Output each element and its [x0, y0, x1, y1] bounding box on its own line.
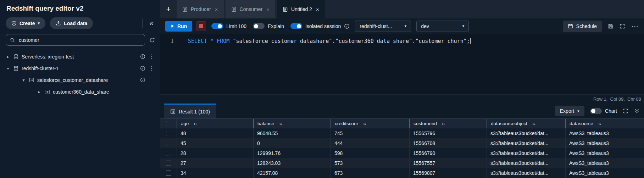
cluster-select[interactable]: redshift-clust... ▾ — [355, 21, 411, 32]
new-tab-button[interactable]: + — [160, 0, 177, 18]
collapse-panel-double-chevron-icon[interactable] — [634, 108, 640, 114]
close-tab-icon[interactable]: × — [316, 6, 319, 12]
editor-tab-strip: + Producer×Consumer×Untitled 2× — [160, 0, 644, 18]
tree-item-label: redshift-cluster-1 — [22, 66, 59, 71]
checkbox — [166, 121, 171, 126]
table-cell: 0 — [253, 138, 331, 148]
tab-producer[interactable]: Producer× — [177, 0, 224, 18]
column-header-creditscore-c[interactable]: creditscore__c — [331, 119, 409, 128]
toolbar-toggles: Limit 100ExplainIsolated session — [211, 23, 350, 29]
column-header-age-c[interactable]: age__c — [177, 119, 253, 128]
cluster-icon — [13, 66, 19, 71]
row-checkbox[interactable] — [160, 158, 177, 168]
column-header-datasource-c[interactable]: datasource__c — [565, 119, 644, 128]
table-cell: s3://tableaus3bucket/dat... — [487, 148, 565, 158]
save-icon[interactable] — [608, 23, 614, 29]
results-table-body: 4896048.5574515565796s3://tableaus3bucke… — [160, 128, 644, 178]
table-icon — [170, 109, 176, 114]
tab-label: Untitled 2 — [291, 6, 312, 12]
kebab-menu-icon[interactable]: ⋮ — [149, 65, 155, 72]
row-checkbox[interactable] — [160, 148, 177, 158]
select-all-checkbox[interactable] — [160, 119, 177, 128]
chevron-down-icon[interactable]: ▾ — [21, 78, 26, 83]
row-checkbox[interactable] — [160, 138, 177, 148]
table-cell: s3://tableaus3bucket/dat... — [487, 158, 565, 168]
chart-toggle-group: Chart — [590, 108, 617, 114]
database-select-value: dev — [421, 23, 429, 29]
column-header-customerid-c[interactable]: customerid__c — [409, 119, 487, 128]
create-button[interactable]: Create ▾ — [6, 17, 45, 29]
more-options-icon[interactable]: ⋯ — [631, 23, 638, 30]
table-cell: 15567557 — [409, 158, 487, 168]
search-input[interactable] — [18, 37, 141, 43]
isolated-session-toggle[interactable] — [290, 23, 302, 29]
toggle-label: Isolated session — [305, 23, 341, 29]
tree-item-label: salesforce_customer_datashare — [37, 77, 108, 83]
database-select[interactable]: dev ▾ — [416, 21, 469, 32]
row-checkbox[interactable] — [160, 168, 177, 178]
toggle-group-isolated-session: Isolated session — [290, 23, 350, 29]
explain-toggle[interactable] — [253, 23, 265, 29]
row-checkbox[interactable] — [160, 128, 177, 138]
schedule-button[interactable]: Schedule — [563, 21, 602, 32]
export-button[interactable]: Export ▾ — [555, 106, 584, 116]
tab-consumer[interactable]: Consumer× — [226, 0, 275, 18]
collapse-sidebar-icon[interactable]: « — [147, 19, 156, 28]
table-row: 4896048.5574515565796s3://tableaus3bucke… — [160, 128, 644, 138]
sql-editor[interactable]: 1 SELECT * FROM "salesforce_customer_dat… — [160, 34, 644, 94]
sql-line-code: SELECT * FROM "salesforce_customer_datas… — [179, 38, 471, 94]
table-cell: AwsS3_tableaus3 — [565, 138, 644, 148]
results-tab-bar: Result 1 (100) Export ▾ Chart — [160, 104, 644, 118]
datashare-icon — [44, 89, 50, 95]
fullscreen-icon[interactable] — [620, 23, 625, 29]
chevron-right-icon[interactable]: ▸ — [6, 54, 10, 59]
load-data-button[interactable]: Load data — [50, 17, 93, 29]
chevron-down-icon[interactable]: ▾ — [6, 66, 10, 71]
checkbox — [166, 141, 171, 146]
expand-results-icon[interactable] — [623, 108, 628, 114]
table-row: 27128243.0357315567557s3://tableaus3buck… — [160, 158, 644, 168]
info-icon[interactable] — [139, 77, 146, 83]
checkbox — [166, 161, 171, 166]
tree-item-customer360-data-share[interactable]: ▸customer360_data_share — [0, 86, 160, 98]
close-tab-icon[interactable]: × — [215, 6, 218, 12]
sidebar: Redshift query editor v2 Create ▾ Load d… — [0, 0, 160, 178]
table-cell: 45 — [177, 138, 253, 148]
load-data-button-label: Load data — [64, 21, 87, 26]
info-icon[interactable] — [139, 66, 146, 71]
tree-item-salesforce-customer-datashare[interactable]: ▾salesforce_customer_datashare — [0, 74, 160, 86]
result-tab[interactable]: Result 1 (100) — [164, 104, 216, 118]
run-button[interactable]: Run — [165, 21, 192, 32]
info-icon[interactable] — [139, 54, 146, 59]
tree-item-redshift-cluster-1[interactable]: ▾redshift-cluster-1⋮ — [0, 62, 160, 74]
upload-icon — [56, 21, 61, 26]
column-header-datasourceobject-c[interactable]: datasourceobject__c — [487, 119, 565, 128]
table-cell: 15569807 — [409, 168, 487, 178]
close-tab-icon[interactable]: × — [266, 6, 270, 12]
info-icon[interactable] — [344, 23, 350, 29]
limit-100-toggle[interactable] — [211, 23, 223, 29]
search-row — [0, 33, 160, 49]
tree-item-serverless-xregion-test[interactable]: ▸Serverless: xregion-test⋮ — [0, 51, 160, 62]
chart-toggle[interactable] — [590, 108, 602, 114]
tab-untitled-2[interactable]: Untitled 2× — [277, 0, 325, 18]
table-cell: 48 — [177, 128, 253, 138]
stop-button[interactable] — [196, 21, 206, 31]
chart-toggle-label: Chart — [605, 108, 617, 114]
play-icon — [171, 24, 174, 28]
table-row: 28129991.7659815566790s3://tableaus3buck… — [160, 148, 644, 158]
result-tab-label: Result 1 (100) — [179, 109, 210, 115]
refresh-icon[interactable] — [149, 37, 155, 43]
checkbox — [166, 131, 171, 136]
toggle-label: Limit 100 — [226, 23, 246, 29]
table-cell: 444 — [331, 138, 409, 148]
results-header-row: age__cbalance__ccreditscore__ccustomerid… — [160, 118, 644, 128]
table-cell: 28 — [177, 148, 253, 158]
chevron-right-icon[interactable]: ▸ — [37, 89, 41, 94]
table-cell: 96048.55 — [253, 128, 331, 138]
table-cell: 129991.76 — [253, 148, 331, 158]
table-cell: 15565796 — [409, 128, 487, 138]
script-icon — [283, 7, 288, 12]
column-header-balance-c[interactable]: balance__c — [253, 119, 331, 128]
kebab-menu-icon[interactable]: ⋮ — [149, 53, 155, 60]
